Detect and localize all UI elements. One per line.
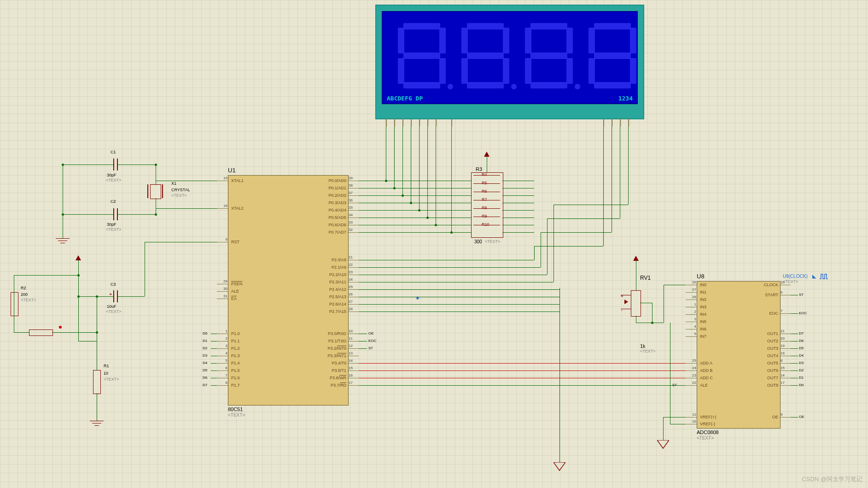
r3-val: 300 <box>474 239 482 244</box>
x1-val: CRYSTAL <box>171 188 190 192</box>
c2-val: 30pF <box>107 222 117 227</box>
x1-text: <TEXT> <box>171 193 187 198</box>
probe-icon[interactable]: ◣ <box>812 273 816 279</box>
c3-val: 10uF <box>107 304 117 309</box>
rv1-pot[interactable] <box>631 290 641 317</box>
gnd-vref <box>657 440 669 449</box>
u1-text: <TEXT> <box>228 412 245 417</box>
u8-clock-text: <TEXT> <box>783 279 798 284</box>
u8-clock-label: U8(CLOCK) <box>783 274 808 279</box>
schematic-canvas[interactable]: ✦ <box>0 0 868 488</box>
u8-text: <TEXT> <box>697 435 714 441</box>
u1-part: 80C51 <box>228 406 243 412</box>
r3-ref: R3 <box>476 166 482 172</box>
pulse-icon[interactable] <box>820 273 828 280</box>
seg-pins-left: ABCDEFG DP <box>387 95 423 102</box>
r2-val: 200 <box>21 292 28 297</box>
rv1-ref: RV1 <box>640 275 651 281</box>
c3-text: <TEXT> <box>106 309 122 314</box>
gnd-rv1 <box>553 462 565 471</box>
u8-ref: U8 <box>697 273 705 280</box>
x1-ref: X1 <box>171 181 176 186</box>
r2-ref: R2 <box>21 286 26 290</box>
x1-crystal[interactable] <box>150 184 161 199</box>
vcc-arrow-2 <box>633 256 639 261</box>
r1-val: 10 <box>104 371 108 376</box>
c2-text: <TEXT> <box>106 227 122 232</box>
r1-ref: R1 <box>104 364 109 368</box>
reset-switch[interactable] <box>29 329 53 336</box>
r3-text: <TEXT> <box>485 239 501 244</box>
rv1-text: <TEXT> <box>640 349 656 353</box>
c2-ref: C2 <box>111 199 116 204</box>
c1-ref: C1 <box>111 150 116 154</box>
c1-val: 30pF <box>107 173 117 177</box>
u1-ref: U1 <box>228 167 236 174</box>
origin-marker: ✦ <box>415 295 421 301</box>
r1-text: <TEXT> <box>104 377 119 382</box>
vcc-arrow-1 <box>76 255 81 260</box>
seven-seg-display[interactable]: ABCDEFG DP 1234 <box>375 5 644 119</box>
r2-resistor[interactable] <box>11 292 18 316</box>
seg-pins-right: 1234 <box>618 95 633 102</box>
r3-resistor-array[interactable] <box>471 172 503 238</box>
c3-ref: C3 <box>111 282 116 287</box>
u8-part: ADC0808 <box>697 429 719 435</box>
watermark: CSDN @阿太学习笔记 <box>802 475 862 483</box>
r1-resistor[interactable] <box>93 370 101 394</box>
rv1-val: 1k <box>640 343 646 349</box>
c1-text: <TEXT> <box>106 178 122 182</box>
r2-text: <TEXT> <box>21 298 36 302</box>
